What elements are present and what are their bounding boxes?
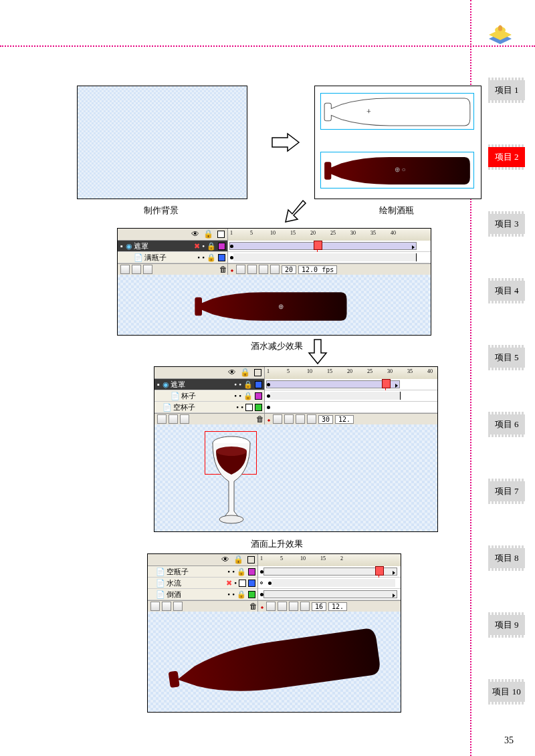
svg-point-3 <box>216 447 247 456</box>
guide-top <box>0 45 535 47</box>
timeline-panel-wine-decrease: 👁 🔒 ▪ ◉ 遮罩 ✖ • 🔒 📄 满瓶子 • <box>117 228 431 336</box>
project-tab[interactable]: 项目 4 <box>488 281 525 301</box>
outline-toggle[interactable] <box>217 231 225 238</box>
lock-icon[interactable]: 🔒 <box>203 229 213 239</box>
project-tab[interactable]: 项目 2 <box>488 147 525 167</box>
project-tab[interactable]: 项目 8 <box>488 548 525 568</box>
timeline-panel-pour: 👁 🔒 📄 空瓶子 ••🔒 📄 水流 ✖• <box>147 553 401 713</box>
fig2-caption: 绘制酒瓶 <box>379 205 414 217</box>
layer-pour-wine[interactable]: 📄 倒酒 ••🔒 <box>148 589 257 600</box>
lock-icon[interactable]: 🔒 <box>240 368 250 378</box>
layer-cup[interactable]: 📄 杯子 ••🔒 <box>154 390 264 402</box>
project-tab[interactable]: 项目 1 <box>488 80 525 100</box>
arrow-down-icon <box>308 338 328 365</box>
book-icon <box>484 20 517 53</box>
fps-display: 12.0 fps <box>298 265 337 274</box>
figure-background-panel <box>77 86 247 199</box>
eye-icon[interactable]: 👁 <box>191 229 199 239</box>
add-layer-button[interactable] <box>120 265 130 274</box>
arrow-downleft-icon <box>284 199 308 226</box>
add-guide-button[interactable] <box>132 265 141 274</box>
fig4-caption: 酒面上升效果 <box>251 538 303 550</box>
add-folder-button[interactable] <box>143 265 152 274</box>
outline-toggle[interactable] <box>247 556 255 563</box>
page-number: 35 <box>504 735 514 746</box>
layer-mask[interactable]: ▪◉ 遮罩 ••🔒 <box>154 379 264 390</box>
project-tab[interactable]: 项目 3 <box>488 214 525 234</box>
arrow-right-icon <box>271 132 301 152</box>
current-frame: 20 <box>282 265 296 274</box>
eye-icon[interactable]: 👁 <box>228 368 236 378</box>
project-tab[interactable]: 项目 9 <box>488 615 525 635</box>
fig3-caption: 酒水减少效果 <box>251 340 303 352</box>
layer-empty-cup[interactable]: 📄 空杯子 •• <box>154 402 264 413</box>
project-tabs-sidebar: 项目 1项目 2项目 3项目 4项目 5项目 6项目 7项目 8项目 9项目 1… <box>488 80 525 749</box>
layer-empty-bottle[interactable]: 📄 空瓶子 ••🔒 <box>148 566 257 578</box>
svg-point-2 <box>219 515 243 523</box>
timeline-track[interactable] <box>228 241 431 252</box>
layer-mask[interactable]: ▪ ◉ 遮罩 ✖ • 🔒 <box>118 241 227 252</box>
project-tab[interactable]: 项目 5 <box>488 348 525 368</box>
project-tab[interactable]: 项目 6 <box>488 414 525 434</box>
trash-icon[interactable]: 🗑 <box>256 414 264 424</box>
layer-full-bottle[interactable]: 📄 满瓶子 • • 🔒 <box>118 252 227 263</box>
trash-icon[interactable]: 🗑 <box>219 265 227 275</box>
timeline-panel-wine-rise: 👁 🔒 ▪◉ 遮罩 ••🔒 📄 杯子 ••🔒 📄 <box>154 366 438 532</box>
trash-icon[interactable]: 🗑 <box>249 602 257 612</box>
outline-toggle[interactable] <box>254 369 261 376</box>
fig1-caption: 制作背景 <box>144 205 179 217</box>
eye-icon[interactable]: 👁 <box>221 555 229 565</box>
figure-bottle-panel: + ⊕ ○ <box>314 86 481 199</box>
project-tab[interactable]: 项目 7 <box>488 481 525 501</box>
timeline-track[interactable] <box>228 252 431 263</box>
lock-icon[interactable]: 🔒 <box>233 555 243 565</box>
project-tab[interactable]: 项目 10 <box>488 682 525 702</box>
layer-water-flow[interactable]: 📄 水流 ✖• <box>148 578 257 589</box>
